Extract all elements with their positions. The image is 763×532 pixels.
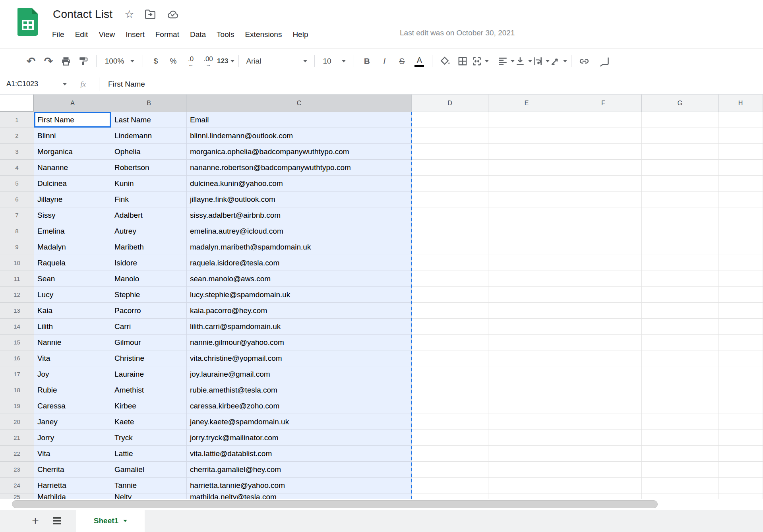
cell-f12[interactable] xyxy=(565,287,642,303)
cell-a7[interactable]: Sissy xyxy=(34,207,111,223)
star-icon[interactable]: ☆ xyxy=(124,9,134,20)
cell-h1[interactable] xyxy=(718,112,763,128)
cell-a16[interactable]: Vita xyxy=(34,350,111,366)
cell-c3[interactable]: morganica.ophelia@badcompanywuthtypo.com xyxy=(187,144,412,160)
cell-b19[interactable]: Kirbee xyxy=(111,398,187,414)
number-format-menu[interactable]: 123 xyxy=(217,53,234,69)
cell-c1[interactable]: Email xyxy=(187,112,412,128)
cell-e18[interactable] xyxy=(488,382,565,398)
row-header-16[interactable]: 16 xyxy=(0,350,34,366)
cell-f23[interactable] xyxy=(565,462,642,478)
cell-g4[interactable] xyxy=(642,160,718,176)
cell-g13[interactable] xyxy=(642,303,718,319)
cell-f3[interactable] xyxy=(565,144,642,160)
cell-h20[interactable] xyxy=(718,414,763,430)
cell-f10[interactable] xyxy=(565,255,642,271)
cell-h14[interactable] xyxy=(718,319,763,335)
cell-b13[interactable]: Pacorro xyxy=(111,303,187,319)
cell-h21[interactable] xyxy=(718,430,763,446)
cell-d23[interactable] xyxy=(412,462,488,478)
cloud-saved-icon[interactable] xyxy=(167,10,179,19)
cell-c2[interactable]: blinni.lindemann@outlook.com xyxy=(187,128,412,144)
cell-g15[interactable] xyxy=(642,335,718,350)
cell-g7[interactable] xyxy=(642,207,718,223)
cell-f14[interactable] xyxy=(565,319,642,335)
cell-g16[interactable] xyxy=(642,350,718,366)
cell-g6[interactable] xyxy=(642,192,718,207)
cell-g2[interactable] xyxy=(642,128,718,144)
cell-d17[interactable] xyxy=(412,366,488,382)
cell-d19[interactable] xyxy=(412,398,488,414)
cell-a4[interactable]: Nananne xyxy=(34,160,111,176)
zoom-select[interactable]: 100% xyxy=(101,53,139,69)
borders-button[interactable] xyxy=(454,53,471,69)
cell-h12[interactable] xyxy=(718,287,763,303)
cell-c6[interactable]: jillayne.fink@outlook.com xyxy=(187,192,412,207)
row-header-20[interactable]: 20 xyxy=(0,414,34,430)
merge-cells-button[interactable] xyxy=(471,53,489,69)
cell-a20[interactable]: Janey xyxy=(34,414,111,430)
menu-data[interactable]: Data xyxy=(190,30,206,39)
insert-comment-icon[interactable] xyxy=(595,53,613,69)
cell-a15[interactable]: Nannie xyxy=(34,335,111,350)
insert-link-button[interactable] xyxy=(575,53,593,69)
cell-a19[interactable]: Caressa xyxy=(34,398,111,414)
cell-d3[interactable] xyxy=(412,144,488,160)
cell-f24[interactable] xyxy=(565,478,642,493)
cell-b4[interactable]: Robertson xyxy=(111,160,187,176)
cell-h19[interactable] xyxy=(718,398,763,414)
cell-c19[interactable]: caressa.kirbee@zoho.com xyxy=(187,398,412,414)
cell-b15[interactable]: Gilmour xyxy=(111,335,187,350)
column-header-f[interactable]: F xyxy=(565,95,642,112)
text-rotation-button[interactable] xyxy=(550,53,567,69)
cell-e6[interactable] xyxy=(488,192,565,207)
cell-b9[interactable]: Maribeth xyxy=(111,239,187,255)
cell-f22[interactable] xyxy=(565,446,642,462)
italic-button[interactable]: I xyxy=(376,53,393,69)
menu-format[interactable]: Format xyxy=(155,30,179,39)
cell-e3[interactable] xyxy=(488,144,565,160)
cell-e11[interactable] xyxy=(488,271,565,287)
cell-a12[interactable]: Lucy xyxy=(34,287,111,303)
decrease-decimal-button[interactable]: .0← xyxy=(182,53,199,69)
row-header-1[interactable]: 1 xyxy=(0,112,34,128)
row-header-2[interactable]: 2 xyxy=(0,128,34,144)
cell-b6[interactable]: Fink xyxy=(111,192,187,207)
add-sheet-button[interactable]: + xyxy=(25,510,46,532)
cell-c16[interactable]: vita.christine@yopmail.com xyxy=(187,350,412,366)
cell-f20[interactable] xyxy=(565,414,642,430)
row-header-24[interactable]: 24 xyxy=(0,478,34,493)
row-header-13[interactable]: 13 xyxy=(0,303,34,319)
cell-a14[interactable]: Lilith xyxy=(34,319,111,335)
cell-e20[interactable] xyxy=(488,414,565,430)
cell-e9[interactable] xyxy=(488,239,565,255)
cell-b8[interactable]: Autrey xyxy=(111,223,187,239)
cell-f13[interactable] xyxy=(565,303,642,319)
cell-b2[interactable]: Lindemann xyxy=(111,128,187,144)
cell-c20[interactable]: janey.kaete@spamdomain.uk xyxy=(187,414,412,430)
row-header-4[interactable]: 4 xyxy=(0,160,34,176)
cell-d7[interactable] xyxy=(412,207,488,223)
formula-input[interactable]: First Name xyxy=(99,80,145,89)
cell-g22[interactable] xyxy=(642,446,718,462)
cell-g10[interactable] xyxy=(642,255,718,271)
cell-g19[interactable] xyxy=(642,398,718,414)
cell-e1[interactable] xyxy=(488,112,565,128)
cell-d11[interactable] xyxy=(412,271,488,287)
cell-f19[interactable] xyxy=(565,398,642,414)
cell-a22[interactable]: Vita xyxy=(34,446,111,462)
cell-c24[interactable]: harrietta.tannie@yahoo.com xyxy=(187,478,412,493)
cell-e22[interactable] xyxy=(488,446,565,462)
cell-c7[interactable]: sissy.adalbert@airbnb.com xyxy=(187,207,412,223)
cell-g1[interactable] xyxy=(642,112,718,128)
cell-h6[interactable] xyxy=(718,192,763,207)
row-header-12[interactable]: 12 xyxy=(0,287,34,303)
cell-h16[interactable] xyxy=(718,350,763,366)
cell-b7[interactable]: Adalbert xyxy=(111,207,187,223)
column-header-d[interactable]: D xyxy=(412,95,488,112)
cell-e21[interactable] xyxy=(488,430,565,446)
cell-g20[interactable] xyxy=(642,414,718,430)
cell-g11[interactable] xyxy=(642,271,718,287)
cell-e4[interactable] xyxy=(488,160,565,176)
cell-b12[interactable]: Stephie xyxy=(111,287,187,303)
